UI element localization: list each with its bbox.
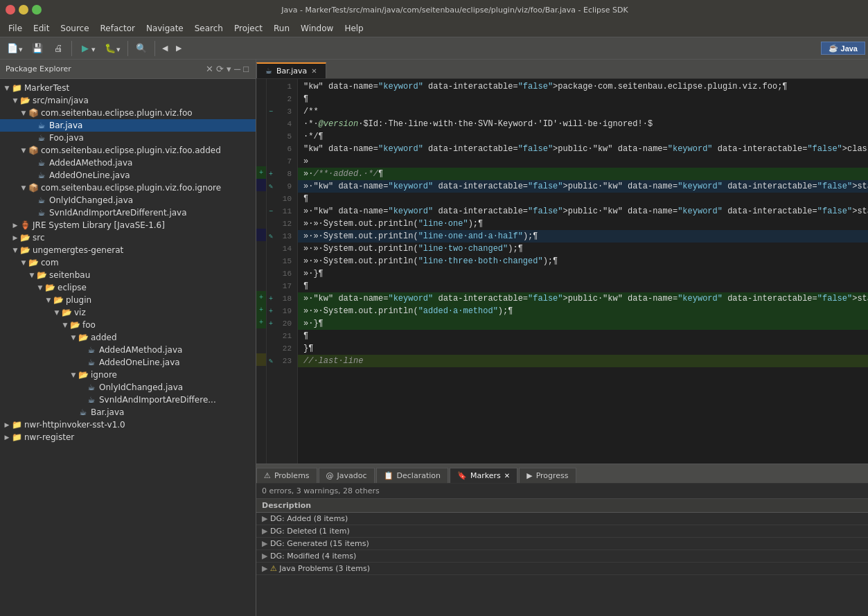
marker-expand-2[interactable]: ▶	[262, 539, 267, 548]
debug-button[interactable]: 🐛▾	[100, 40, 124, 57]
tree-item-foo2[interactable]: ▼📂foo	[0, 319, 256, 331]
string-literal: "kw"	[303, 82, 324, 91]
bottom-tab-problems[interactable]: ⚠Problems	[256, 468, 317, 483]
marker-row-2[interactable]: ▶ DG: Generated (15 items)	[256, 538, 868, 550]
tree-item-ignore2[interactable]: ▼📂ignore	[0, 369, 256, 381]
tree-arrow-viz: ▼	[53, 309, 61, 316]
marker-expand-4[interactable]: ▶	[262, 564, 267, 573]
run-button[interactable]: ▶▾	[76, 40, 99, 57]
tree-item-jre-system[interactable]: ▶🏺JRE System Library [JavaSE-1.6]	[0, 219, 256, 231]
string-literal: "line·three·both·changed"	[418, 256, 543, 266]
gutter-line-13: ✎13	[267, 230, 297, 243]
back-button[interactable]: ◀	[159, 42, 171, 55]
marker-row-1[interactable]: ▶ DG: Deleted (1 item)	[256, 525, 868, 538]
search-button[interactable]: 🔍	[132, 40, 151, 57]
left-marker-12	[256, 216, 266, 229]
bottom-tab-declaration[interactable]: 📋Declaration	[376, 468, 448, 483]
code-content[interactable]: "kw" data-name="keyword" data-interactab…	[298, 79, 868, 464]
menu-window[interactable]: Window	[295, 22, 339, 35]
tree-item-com[interactable]: ▼📂com	[0, 256, 256, 269]
minimize-button[interactable]	[19, 5, 28, 15]
tree-item-eclipse[interactable]: ▼📂eclipse	[0, 281, 256, 294]
tree-arrow-pkg-foo: ▼	[19, 109, 28, 116]
code-line-22: }¶	[298, 342, 868, 355]
bottom-tab-close-3[interactable]: ✕	[504, 472, 510, 479]
title-bar: Java - MarkerTest/src/main/java/com/seit…	[0, 0, 868, 19]
code-line-20: »·}¶	[298, 317, 868, 330]
string-literal: "false"	[518, 82, 553, 91]
line-number-12: 12	[275, 220, 294, 228]
tree-item-svnid-import[interactable]: ☕SvnIdAndImportAreDifferent.java	[0, 206, 256, 219]
tree-item-bar2[interactable]: ☕Bar.java	[0, 406, 256, 419]
tree-item-added2[interactable]: ▼📂added	[0, 331, 256, 344]
marker-expand-0[interactable]: ▶	[262, 514, 267, 523]
marker-row-4[interactable]: ▶ ⚠ Java Problems (3 items)	[256, 563, 868, 575]
tree-item-src[interactable]: ▶📂src	[0, 231, 256, 244]
tree-item-seitenbau[interactable]: ▼📂seitenbau	[0, 269, 256, 281]
editor-tab-bar-java[interactable]: ☕ Bar.java ✕	[256, 62, 326, 78]
tree-arrow-src: ▶	[11, 234, 19, 241]
bottom-tab-markers[interactable]: 🔖Markers✕	[450, 468, 517, 483]
tree-item-addedamethod2[interactable]: ☕AddedAMethod.java	[0, 344, 256, 356]
tree-item-addedoneline2[interactable]: ☕AddedOneLine.java	[0, 356, 256, 369]
tree-item-pkg-foo-added[interactable]: ▼📦com.seitenbau.eclipse.plugin.viz.foo.a…	[0, 144, 256, 157]
marker-row-3[interactable]: ▶ DG: Modified (4 items)	[256, 550, 868, 563]
pe-minimize-button[interactable]: ─	[233, 64, 242, 74]
window-controls[interactable]	[6, 5, 42, 15]
tree-item-src-main-java[interactable]: ▼📂src/main/java	[0, 94, 256, 107]
print-icon: 🖨	[52, 42, 64, 55]
menu-refactor[interactable]: Refactor	[95, 22, 141, 35]
tree-item-marker-test[interactable]: ▼📁MarkerTest	[0, 82, 256, 94]
tree-item-ungemergtes[interactable]: ▼📂ungemergtes-generat	[0, 244, 256, 256]
line-number-8: 8	[275, 170, 294, 178]
bottom-tab-javadoc[interactable]: @Javadoc	[319, 468, 375, 483]
tree-item-bar-java[interactable]: ☕Bar.java	[0, 119, 256, 132]
menu-edit[interactable]: Edit	[28, 22, 55, 35]
pe-collapse-button[interactable]: ✕	[204, 64, 215, 74]
tree-item-added-one-line[interactable]: ☕AddedOneLine.java	[0, 169, 256, 182]
tree-item-pkg-foo[interactable]: ▼📦com.seitenbau.eclipse.plugin.viz.foo	[0, 107, 256, 119]
tree-icon-com: 📂	[28, 257, 39, 268]
bottom-tab-label-4: Progress	[536, 471, 569, 480]
tree-icon-added-one-line: ☕	[36, 170, 47, 181]
tree-item-added-a-method[interactable]: ☕AddedAMethod.java	[0, 157, 256, 169]
gutter-line-10: 10	[267, 193, 297, 205]
marker-expand-1[interactable]: ▶	[262, 527, 267, 536]
tree-item-plugin[interactable]: ▼📂plugin	[0, 294, 256, 306]
menu-run[interactable]: Run	[268, 22, 295, 35]
menu-project[interactable]: Project	[229, 22, 268, 35]
gutter-marker-9: ✎	[267, 182, 275, 191]
code-editor[interactable]: ++++ 12−34567+8✎910−1112✎1314151617+18+1…	[256, 79, 868, 464]
menu-navigate[interactable]: Navigate	[141, 22, 189, 35]
tree-item-foo-java[interactable]: ☕Foo.java	[0, 132, 256, 144]
maximize-button[interactable]	[32, 5, 42, 15]
tree-item-onlyidchanged2[interactable]: ☕OnlyIdChanged.java	[0, 381, 256, 394]
menu-help[interactable]: Help	[339, 22, 369, 35]
tree-item-svnidimport2[interactable]: ☕SvnIdAndImportAreDiffere...	[0, 394, 256, 406]
menu-source[interactable]: Source	[55, 22, 94, 35]
left-marker-21	[256, 328, 266, 341]
save-button[interactable]: 💾	[28, 40, 47, 57]
tab-close-icon[interactable]: ✕	[311, 67, 317, 75]
gutter-marker-19: +	[267, 308, 275, 315]
forward-button[interactable]: ▶	[172, 42, 185, 55]
tree-item-pkg-foo-ignore[interactable]: ▼📦com.seitenbau.eclipse.plugin.viz.foo.i…	[0, 182, 256, 194]
tree-arrow-nwr-http: ▶	[3, 421, 11, 428]
tree-item-only-id-changed[interactable]: ☕OnlyIdChanged.java	[0, 194, 256, 206]
pe-sync-button[interactable]: ⟳	[215, 64, 225, 74]
code-line-18: »·"kw" data-name="keyword" data-interact…	[298, 292, 868, 305]
pe-maximize-button[interactable]: □	[242, 64, 250, 74]
marker-row-0[interactable]: ▶ DG: Added (8 items)	[256, 513, 868, 525]
pe-menu-button[interactable]: ▾	[225, 64, 233, 74]
close-button[interactable]	[6, 5, 15, 15]
perspective-button[interactable]: ☕ Java	[821, 42, 865, 55]
tree-item-nwr-http[interactable]: ▶📁nwr-httpinvoker-sst-v1.0	[0, 419, 256, 431]
menu-search[interactable]: Search	[189, 22, 229, 35]
new-button[interactable]: 📄▾	[3, 40, 26, 57]
print-button[interactable]: 🖨	[48, 40, 68, 57]
marker-expand-3[interactable]: ▶	[262, 552, 267, 561]
bottom-tab-progress[interactable]: ▶Progress	[519, 468, 576, 483]
menu-file[interactable]: File	[3, 22, 28, 35]
tree-item-nwr-reg[interactable]: ▶📁nwr-register	[0, 431, 256, 443]
tree-item-viz[interactable]: ▼📂viz	[0, 306, 256, 319]
